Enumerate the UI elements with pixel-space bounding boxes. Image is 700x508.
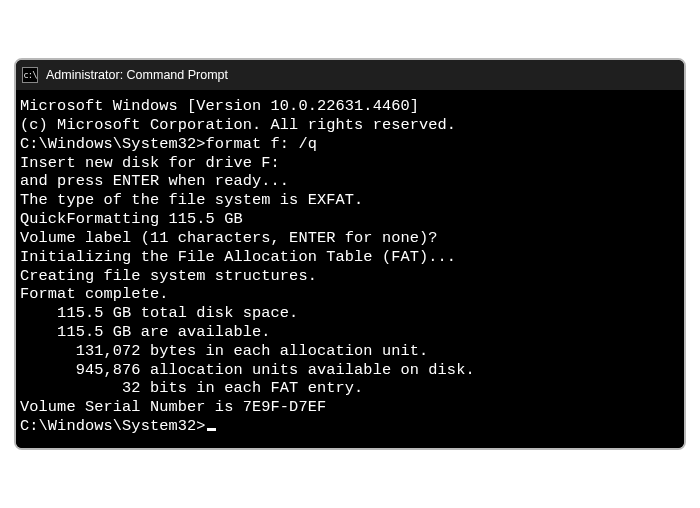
- cmd-icon-glyph: c:\: [23, 71, 36, 80]
- output-line: 32 bits in each FAT entry.: [20, 379, 680, 398]
- output-line: Volume label (11 characters, ENTER for n…: [20, 229, 680, 248]
- window-title: Administrator: Command Prompt: [46, 68, 228, 82]
- prompt-path: C:\Windows\System32>: [20, 135, 206, 153]
- output-line: (c) Microsoft Corporation. All rights re…: [20, 116, 680, 135]
- output-line: Insert new disk for drive F:: [20, 154, 680, 173]
- output-line: 131,072 bytes in each allocation unit.: [20, 342, 680, 361]
- titlebar[interactable]: c:\ Administrator: Command Prompt: [16, 60, 684, 91]
- output-line: Format complete.: [20, 285, 680, 304]
- prompt-line: C:\Windows\System32>format f: /q: [20, 135, 680, 154]
- output-line: Volume Serial Number is 7E9F-D7EF: [20, 398, 680, 417]
- cursor-icon: [207, 428, 216, 431]
- command-prompt-window: c:\ Administrator: Command Prompt Micros…: [14, 58, 686, 450]
- prompt-line[interactable]: C:\Windows\System32>: [20, 417, 680, 436]
- cmd-icon: c:\: [22, 67, 38, 83]
- output-line: 115.5 GB are available.: [20, 323, 680, 342]
- output-line: Initializing the File Allocation Table (…: [20, 248, 680, 267]
- output-line: QuickFormatting 115.5 GB: [20, 210, 680, 229]
- typed-command: format f: /q: [206, 135, 317, 153]
- prompt-path: C:\Windows\System32>: [20, 417, 206, 435]
- terminal-output[interactable]: Microsoft Windows [Version 10.0.22631.44…: [16, 91, 684, 448]
- output-line: 945,876 allocation units available on di…: [20, 361, 680, 380]
- output-line: 115.5 GB total disk space.: [20, 304, 680, 323]
- output-line: Creating file system structures.: [20, 267, 680, 286]
- output-line: Microsoft Windows [Version 10.0.22631.44…: [20, 97, 680, 116]
- output-line: The type of the file system is EXFAT.: [20, 191, 680, 210]
- output-line: and press ENTER when ready...: [20, 172, 680, 191]
